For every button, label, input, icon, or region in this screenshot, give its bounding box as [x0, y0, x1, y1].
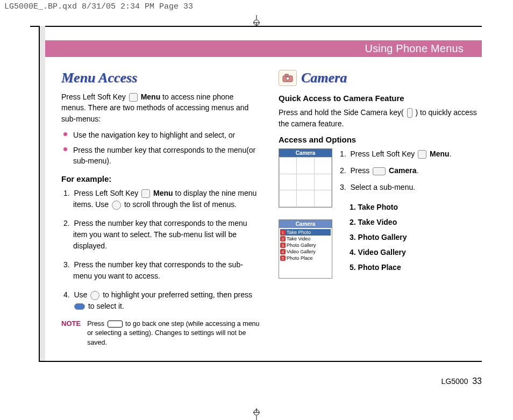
text: Use — [74, 290, 89, 299]
nav-key-icon — [90, 291, 99, 300]
back-key-icon — [108, 321, 123, 328]
ok-key-icon — [74, 303, 85, 310]
text: Press the number key that corresponds to… — [73, 219, 247, 250]
svg-point-5 — [286, 77, 289, 80]
step-number: 2. — [63, 219, 70, 227]
submenu-list: 1. Take Photo 2. Take Video 3. Photo Gal… — [350, 203, 478, 272]
step-item: 1. Press Left Soft Key Menu. — [340, 148, 478, 160]
soft-key-icon — [418, 150, 426, 159]
number-1-key-icon — [373, 167, 386, 175]
example-steps: 1. Press Left Soft Key Menu to display t… — [63, 188, 260, 312]
text-bold: Menu — [141, 92, 161, 101]
bullet-item: Use the navigation key to highlight and … — [63, 130, 260, 140]
access-options-layout: Camera Camera 1Take Photo 2Take Video 3P… — [279, 148, 478, 290]
access-options-heading: Access and Options — [279, 135, 478, 144]
note-text: Press to go back one step (while accessi… — [87, 319, 260, 348]
quick-access-heading: Quick Access to Camera Feature — [279, 94, 478, 103]
right-column: Camera Quick Access to Camera Feature Pr… — [279, 70, 478, 347]
page-footer: LG5000 33 — [441, 376, 482, 386]
crop-mark-icon — [253, 15, 260, 27]
text: Press Left Soft Key — [61, 92, 128, 101]
submenu-item: 5. Photo Place — [350, 263, 478, 272]
text-bold: Menu — [153, 189, 173, 197]
menu-access-title: Menu Access — [61, 70, 260, 86]
camera-section-icon — [279, 70, 297, 86]
screenshot-title: Camera — [279, 149, 332, 157]
page-header-title: Using Phone Menus — [365, 42, 464, 55]
menu-item: Take Video — [287, 236, 310, 241]
intro-paragraph: Press Left Soft Key Menu to access nine … — [61, 91, 260, 124]
step-item: 3. Press the number key that corresponds… — [63, 259, 260, 282]
text: Press the number key that corresponds to… — [73, 260, 243, 280]
footer-page-number: 33 — [472, 376, 482, 386]
quick-access-block: Quick Access to Camera Feature Press and… — [279, 94, 478, 130]
left-column: Menu Access Press Left Soft Key Menu to … — [61, 70, 260, 347]
text: Press Left Soft Key — [350, 150, 417, 158]
step-number: 4. — [63, 290, 70, 299]
content-area: Menu Access Press Left Soft Key Menu to … — [61, 70, 481, 347]
soft-key-icon — [129, 93, 138, 102]
text: Press Left Soft Key — [74, 189, 140, 197]
print-file-header: LG5000E_.BP.qxd 8/31/05 2:34 PM Page 33 — [4, 2, 193, 11]
step-number: 2. — [340, 166, 346, 175]
submenu-item: 1. Take Photo — [350, 203, 478, 211]
menu-item: Video Gallery — [287, 249, 316, 254]
bullet-list: Use the navigation key to highlight and … — [63, 130, 260, 167]
text: Select a sub-menu. — [350, 183, 415, 191]
text: to highlight your preferred setting, the… — [103, 290, 252, 299]
text: to scroll through the list of menus. — [124, 200, 237, 209]
submenu-item: 3. Photo Gallery — [350, 233, 478, 241]
submenu-item: 4. Video Gallery — [350, 248, 478, 257]
step-number: 3. — [63, 260, 70, 269]
screenshot-title: Camera — [279, 220, 332, 228]
menu-item: Photo Gallery — [287, 243, 316, 248]
text: . — [450, 150, 452, 158]
page-gutter — [39, 26, 45, 361]
camera-title-row: Camera — [279, 70, 478, 86]
footer-rule — [39, 361, 482, 362]
side-camera-key-icon — [407, 108, 412, 118]
step-number: 1. — [340, 150, 346, 158]
text: Press and hold the Side Camera key( — [279, 108, 406, 117]
phone-screenshot-grid: Camera — [279, 148, 332, 208]
svg-rect-6 — [285, 74, 288, 76]
text-bold: Menu — [430, 150, 450, 158]
step-item: 4. Use to highlight your preferred setti… — [63, 289, 260, 312]
text: Press — [350, 166, 372, 175]
camera-title: Camera — [301, 70, 347, 86]
step-item: 2. Press Camera. — [340, 165, 478, 176]
note-label: NOTE — [61, 319, 81, 348]
text: to select it. — [88, 302, 124, 310]
example-heading: For example: — [61, 174, 260, 183]
text: . — [416, 166, 418, 175]
footer-model: LG5000 — [441, 377, 468, 386]
submenu-item: 2. Take Video — [350, 218, 478, 226]
step-item: 1. Press Left Soft Key Menu to display t… — [63, 188, 260, 210]
text-bold: Camera — [389, 166, 416, 175]
text: Press — [87, 320, 106, 328]
note-block: NOTE Press to go back one step (while ac… — [61, 319, 260, 348]
step-number: 1. — [63, 189, 70, 197]
bullet-item: Press the number key that corresponds to… — [63, 145, 260, 167]
phone-screenshots: Camera Camera 1Take Photo 2Take Video 3P… — [279, 148, 332, 290]
step-item: 2. Press the number key that corresponds… — [63, 218, 260, 252]
menu-item: Photo Place — [287, 255, 313, 261]
access-steps: 1. Press Left Soft Key Menu. 2. Press Ca… — [340, 148, 478, 290]
menu-item: Take Photo — [287, 230, 311, 235]
nav-key-icon — [112, 201, 121, 210]
phone-screenshot-list: Camera 1Take Photo 2Take Video 3Photo Ga… — [279, 219, 332, 279]
page-header-bar: Using Phone Menus — [45, 40, 482, 57]
step-item: 3. Select a sub-menu. — [340, 182, 478, 193]
soft-key-icon — [141, 189, 150, 198]
quick-access-text: Press and hold the Side Camera key( ) to… — [279, 107, 478, 130]
crop-mark-icon — [253, 408, 260, 420]
step-number: 3. — [340, 183, 346, 191]
